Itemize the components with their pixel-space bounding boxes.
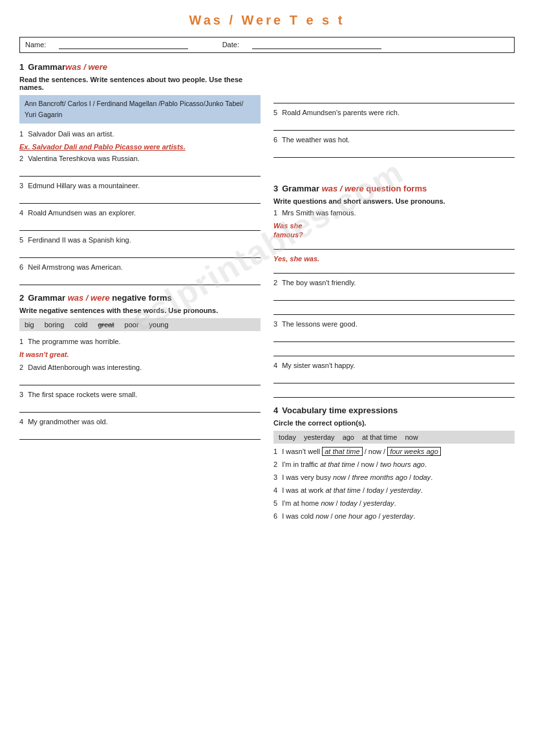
time-option: at that time — [325, 486, 360, 494]
time-option: today — [340, 499, 358, 507]
item-num: 2 — [273, 279, 277, 286]
answer-line — [273, 306, 515, 315]
item-num: 3 — [19, 391, 23, 398]
list-item: 2 The boy wasn't friendly. — [273, 279, 515, 286]
section-2-title: Grammar was / were negative forms — [28, 293, 172, 303]
answer-line — [19, 276, 261, 285]
list-item: 1 The programme was horrible. — [19, 338, 261, 345]
list-item: 4 Roald Amundsen was an explorer. — [19, 209, 261, 217]
item-num: 1 — [273, 448, 277, 455]
item-text: Roald Amundsen was an explorer. — [28, 209, 136, 217]
item-text: / — [407, 473, 413, 481]
time-word: today — [279, 433, 296, 441]
item-text: The first space rockets were small. — [28, 391, 137, 398]
name-date-row: Name: Date: — [19, 37, 515, 53]
words-box: big boring cold great poor young — [19, 318, 261, 331]
time-option: two hours ago — [380, 460, 425, 468]
page-title: Was / Were T e s t — [19, 13, 515, 28]
answer-line — [273, 149, 515, 158]
time-option: now — [315, 512, 328, 520]
item-text: Edmund Hillary was a mountaineer. — [28, 182, 140, 189]
answer-line — [19, 222, 261, 231]
item-num: 2 — [273, 460, 277, 468]
item-text: . — [425, 460, 427, 468]
item-num: 1 — [19, 338, 23, 345]
word-strikethrough: great — [98, 321, 114, 329]
time-word: now — [405, 433, 418, 441]
list-item: 6 I was cold now / one hour ago / yester… — [273, 512, 515, 520]
time-option: now — [333, 473, 346, 481]
item-num: 5 — [19, 236, 23, 244]
answer-line — [19, 431, 261, 440]
item-num: 4 — [19, 209, 23, 217]
answer-q1b: famous? — [273, 231, 515, 239]
list-item: 5 Ferdinand II was a Spanish king. — [19, 236, 261, 244]
section-2-instruction: Write negative sentences with these word… — [19, 307, 261, 314]
list-item: 3 Edmund Hillary was a mountaineer. — [19, 182, 261, 189]
answer-boxed: at that time — [322, 447, 362, 456]
section-4: 4 Vocabulary time expressions Circle the… — [273, 405, 515, 520]
time-word: at that time — [362, 433, 397, 441]
answer-line — [273, 333, 515, 342]
item-text: Valentina Tereshkova was Russian. — [28, 155, 140, 162]
right-column: 5 Roald Amundsen's parents were rich. 6 … — [273, 62, 515, 528]
item-num: 5 — [273, 109, 277, 116]
name-label: Name: — [25, 41, 46, 49]
answer-line — [19, 376, 261, 385]
item-text: I was at work — [282, 486, 325, 494]
list-item: 2 I'm in traffic at that time / now / tw… — [273, 460, 515, 468]
section-4-num: 4 — [273, 405, 278, 415]
answer-line — [273, 389, 515, 398]
list-item: 4 My sister wasn't happy. — [273, 362, 515, 369]
item-text: I was cold — [282, 512, 315, 520]
section-1-right: 5 Roald Amundsen's parents were rich. 6 … — [273, 94, 515, 176]
item-text: Neil Armstrong was American. — [28, 263, 123, 271]
list-item: 2 David Attenborough was interesting. — [19, 363, 261, 371]
item-num: 3 — [19, 182, 23, 189]
answer-line — [273, 94, 515, 103]
answer-line — [273, 292, 515, 301]
item-text: My sister wasn't happy. — [282, 362, 355, 369]
item-num: 4 — [273, 486, 277, 494]
time-word: yesterday — [304, 433, 335, 441]
item-num: 2 — [19, 155, 23, 162]
section-3: 3 Grammar was / were question forms Writ… — [273, 184, 515, 398]
section-2-num: 2 — [19, 293, 24, 303]
section-4-instruction: Circle the correct option(s). — [273, 419, 515, 427]
answer-line — [273, 122, 515, 131]
item-num: 6 — [273, 512, 277, 520]
answer-line — [19, 249, 261, 258]
section-3-title: Grammar was / were question forms — [282, 184, 427, 193]
time-option: yesterday — [383, 512, 414, 520]
left-column: 1 Grammarwas / were Read the sentences. … — [19, 62, 261, 528]
item-text: The programme was horrible. — [28, 338, 121, 345]
word: big — [25, 321, 34, 329]
time-option: yesterday — [363, 499, 394, 507]
item-num: 1 — [19, 130, 23, 138]
item-text: / now / — [355, 460, 380, 468]
item-text: . — [421, 486, 423, 494]
item-num: 2 — [19, 363, 23, 371]
list-item: 6 Neil Armstrong was American. — [19, 263, 261, 271]
list-item: 1 I wasn't well at that time / now / fou… — [273, 448, 515, 455]
item-text: I was very busy — [282, 473, 333, 481]
item-text: The weather was hot. — [282, 136, 350, 144]
section-2: 2 Grammar was / were negative forms Writ… — [19, 293, 261, 440]
section-1-num: 1 — [19, 62, 24, 72]
item-text: / — [376, 512, 382, 520]
answer-line — [19, 167, 261, 177]
section-1-title: Grammarwas / were — [28, 62, 107, 72]
item-text: / — [328, 512, 334, 520]
section-3-instruction: Write questions and short answers. Use p… — [273, 197, 515, 205]
list-item: 1 Salvador Dali was an artist. — [19, 130, 261, 138]
answer-line — [273, 265, 515, 274]
item-text: I wasn't well — [282, 448, 322, 455]
item-text: My grandmother was old. — [28, 418, 108, 426]
time-word: ago — [343, 433, 354, 441]
example-line: Ex. Salvador Dali and Pablo Picasso were… — [19, 143, 261, 151]
vocab-box: today yesterday ago at that time now — [273, 431, 515, 444]
item-text: . — [431, 473, 433, 481]
section-3-num: 3 — [273, 184, 278, 193]
time-option: today — [367, 486, 384, 494]
date-underline — [252, 41, 381, 49]
